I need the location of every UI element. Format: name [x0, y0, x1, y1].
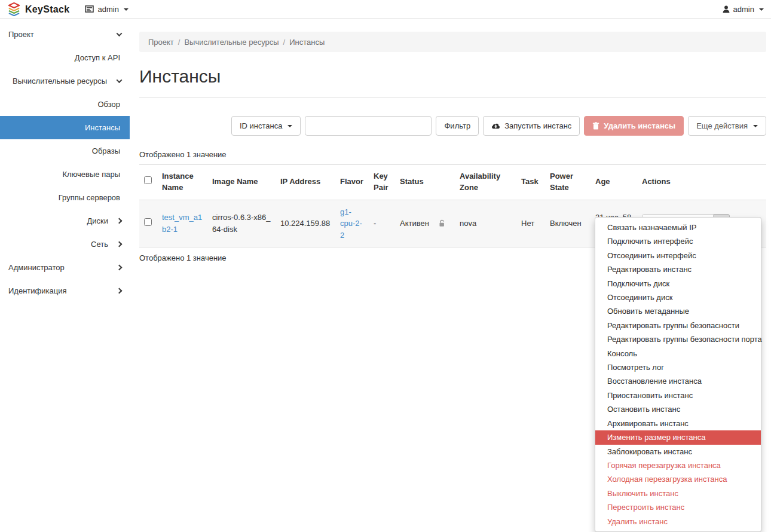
chevron-down-icon: [287, 125, 292, 127]
keystack-logo-icon: [7, 2, 21, 16]
menu-item-soft-reboot-instance[interactable]: Горячая перезагрузка инстанса: [595, 458, 761, 472]
brand-name: KeyStack: [25, 4, 69, 15]
delete-instances-button[interactable]: Удалить инстансы: [584, 116, 684, 136]
table-header-row: Instance Name Image Name IP Address Flav…: [139, 165, 766, 200]
project-switcher[interactable]: admin: [85, 5, 128, 14]
user-menu[interactable]: admin: [723, 5, 764, 14]
chevron-right-icon: [117, 265, 123, 271]
sidebar-item-label: Вычислительные ресурсы: [13, 77, 107, 85]
sidebar-item-label: Группы серверов: [59, 193, 120, 202]
sidebar-item-instances[interactable]: Инстансы: [0, 116, 130, 139]
sidebar-item-network[interactable]: Сеть: [0, 233, 130, 256]
sidebar-item-identity[interactable]: Идентификация: [0, 279, 130, 302]
table-toolbar: ID инстанса Фильтр Запустить инстанс: [139, 116, 766, 136]
chevron-down-icon: [753, 125, 758, 127]
sidebar-item-volumes[interactable]: Диски: [0, 209, 130, 233]
menu-item-attach-interface[interactable]: Подключить интерфейс: [595, 234, 761, 248]
more-actions-button[interactable]: Еще действия: [688, 116, 766, 136]
sidebar: Проект Доступ к API Вычислительные ресур…: [0, 19, 130, 532]
menu-item-update-metadata[interactable]: Обновить метаданные: [595, 304, 761, 318]
menu-item-suspend-instance[interactable]: Остановить инстанс: [595, 402, 761, 416]
sidebar-item-overview[interactable]: Обзор: [0, 93, 130, 116]
menu-item-edit-instance[interactable]: Редактировать инстанс: [595, 262, 761, 276]
header-availability-zone[interactable]: Availability Zone: [455, 165, 516, 200]
flavor-link[interactable]: g1-cpu-2-2: [340, 207, 362, 240]
filter-input[interactable]: [305, 116, 432, 136]
availability-zone-cell: nova: [455, 200, 516, 247]
sidebar-item-label: Ключевые пары: [62, 170, 120, 179]
select-all-checkbox[interactable]: [144, 176, 152, 184]
chevron-down-icon: [117, 30, 123, 36]
sidebar-item-label: Диски: [87, 216, 108, 225]
sidebar-item-key-pairs[interactable]: Ключевые пары: [0, 163, 130, 186]
filter-button-label: Фильтр: [444, 121, 470, 130]
breadcrumb-project[interactable]: Проект: [148, 38, 174, 47]
menu-item-detach-volume[interactable]: Отсоединить диск: [595, 291, 761, 304]
sidebar-item-label: Проект: [8, 30, 34, 39]
instance-name-link[interactable]: test_vm_a1b2-1: [162, 213, 202, 234]
menu-item-view-log[interactable]: Посмотреть лог: [595, 360, 761, 374]
menu-item-rescue-instance[interactable]: Восстановление инстанса: [595, 374, 761, 388]
trash-icon: [592, 122, 599, 130]
items-count-top: Отображено 1 значение: [139, 150, 766, 159]
unlock-icon: [439, 219, 446, 227]
user-menu-label: admin: [733, 5, 754, 14]
sidebar-item-label: Образы: [92, 146, 120, 155]
chevron-down-icon: [124, 8, 128, 11]
project-icon: [85, 5, 94, 13]
menu-item-detach-interface[interactable]: Отсоединить интерфейс: [595, 249, 761, 262]
top-navbar: KeyStack admin admin: [0, 0, 771, 19]
menu-item-rebuild-instance[interactable]: Перестроить инстанс: [595, 500, 761, 514]
page-title: Инстансы: [139, 66, 766, 87]
chevron-right-icon: [117, 241, 123, 247]
header-ip-address[interactable]: IP Address: [276, 165, 335, 200]
chevron-down-icon: [759, 8, 764, 11]
header-image-name[interactable]: Image Name: [207, 165, 276, 200]
header-instance-name[interactable]: Instance Name: [157, 165, 207, 200]
project-switcher-label: admin: [97, 5, 118, 14]
sidebar-item-label: Обзор: [97, 100, 120, 109]
menu-item-resize-instance[interactable]: Изменить размер инстанса: [595, 430, 761, 444]
task-cell: Нет: [516, 200, 545, 247]
sidebar-item-compute[interactable]: Вычислительные ресурсы: [0, 69, 130, 93]
header-task: Task: [516, 165, 545, 200]
menu-item-edit-port-security-groups[interactable]: Редактировать группы безопасности порта: [595, 332, 761, 346]
header-status[interactable]: Status: [395, 165, 455, 200]
breadcrumb-instances: Инстансы: [289, 38, 325, 47]
chevron-down-icon: [117, 77, 123, 83]
sidebar-item-label: Инстансы: [85, 123, 120, 132]
menu-item-hard-reboot-instance[interactable]: Холодная перезагрузка инстанса: [595, 472, 761, 486]
chevron-right-icon: [117, 288, 123, 294]
sidebar-item-project[interactable]: Проект: [0, 23, 130, 46]
menu-item-edit-security-groups[interactable]: Редактировать группы безопасности: [595, 319, 761, 332]
menu-item-console[interactable]: Консоль: [595, 347, 761, 360]
menu-item-delete-instance[interactable]: Удалить инстанс: [595, 515, 761, 528]
menu-item-lock-instance[interactable]: Заблокировать инстанс: [595, 445, 761, 458]
filter-button[interactable]: Фильтр: [436, 116, 479, 136]
user-icon: [723, 5, 730, 13]
sidebar-item-images[interactable]: Образы: [0, 139, 130, 163]
power-state-cell: Включен: [545, 200, 591, 247]
filter-field-dropdown[interactable]: ID инстанса: [231, 116, 301, 136]
header-key-pair: Key Pair: [369, 165, 395, 200]
header-age[interactable]: Age: [591, 165, 637, 200]
menu-item-pause-instance[interactable]: Приостановить инстанс: [595, 389, 761, 402]
launch-instance-button[interactable]: Запустить инстанс: [483, 116, 580, 136]
sidebar-item-api-access[interactable]: Доступ к API: [0, 46, 130, 69]
sidebar-item-admin[interactable]: Администратор: [0, 256, 130, 279]
launch-instance-label: Запустить инстанс: [504, 121, 571, 130]
breadcrumb-compute[interactable]: Вычислительные ресурсы: [184, 38, 279, 47]
status-value: Активен: [400, 218, 429, 230]
menu-item-shelve-instance[interactable]: Архивировать инстанс: [595, 417, 761, 430]
title-divider: [139, 97, 766, 98]
sidebar-item-server-groups[interactable]: Группы серверов: [0, 186, 130, 209]
menu-item-attach-volume[interactable]: Подключить диск: [595, 277, 761, 291]
sidebar-item-label: Сеть: [91, 240, 108, 249]
brand[interactable]: KeyStack: [7, 2, 69, 16]
menu-item-shut-off-instance[interactable]: Выключить инстанс: [595, 487, 761, 500]
breadcrumb-separator: /: [178, 38, 180, 47]
row-checkbox[interactable]: [144, 218, 152, 226]
menu-item-associate-floating-ip[interactable]: Связать назначаемый IP: [595, 221, 761, 234]
sidebar-item-label: Идентификация: [8, 286, 66, 295]
delete-instances-label: Удалить инстансы: [604, 121, 675, 130]
